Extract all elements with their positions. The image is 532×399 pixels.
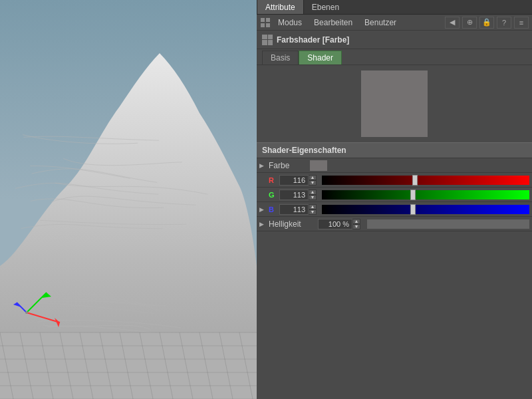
g-channel-row: G ▲ ▼ [257,188,532,202]
helligkeit-arrow[interactable]: ▶ [259,221,269,227]
tab-bar: Attribute Ebenen [257,0,532,15]
farbe-label: Farbe [269,161,309,170]
svg-rect-9 [261,23,265,27]
b-channel-row: ▶ B ▲ ▼ [257,202,532,217]
b-down-arrow[interactable]: ▼ [309,209,317,215]
helligkeit-slider-fill [367,219,529,229]
r-label: R [269,176,279,184]
r-up-arrow[interactable]: ▲ [309,175,317,180]
b-spinner[interactable]: ▲ ▼ [279,204,319,215]
svg-rect-8 [266,18,270,22]
svg-marker-5 [13,303,21,307]
r-spinner-arrows[interactable]: ▲ ▼ [309,175,317,186]
lock-btn[interactable]: 🔒 [479,17,494,29]
right-panel: Attribute Ebenen Modus Bearbeiten Benutz… [257,0,532,399]
svg-rect-7 [261,18,265,22]
g-label: G [269,191,279,199]
more-btn[interactable]: ≡ [514,17,529,29]
g-value-input[interactable] [279,190,309,200]
menu-benutzer[interactable]: Benutzer [359,17,402,29]
helligkeit-row: ▶ Helligkeit ▲ ▼ [257,217,532,231]
svg-marker-1 [55,318,60,327]
helligkeit-down-arrow[interactable]: ▼ [352,224,360,229]
helligkeit-up-arrow[interactable]: ▲ [352,219,360,224]
g-down-arrow[interactable]: ▼ [309,195,317,200]
svg-point-6 [25,311,28,314]
terrain-canvas [0,0,257,399]
r-value-input[interactable] [279,175,309,186]
tab-attribute[interactable]: Attribute [257,0,304,14]
sub-tab-bar: Basis Shader [257,49,532,65]
question-btn[interactable]: ? [497,17,511,29]
r-down-arrow[interactable]: ▼ [309,180,317,186]
g-spinner-arrows[interactable]: ▲ ▼ [309,190,317,200]
svg-rect-10 [266,23,270,27]
b-value-input[interactable] [279,204,309,215]
color-swatch[interactable] [361,70,428,137]
cursor-btn[interactable]: ⊕ [462,17,477,29]
panel-icon [259,17,271,29]
3d-viewport[interactable] [0,0,257,399]
r-slider-track[interactable] [322,176,529,185]
g-slider-track[interactable] [322,190,529,200]
g-slider[interactable] [322,190,529,200]
r-channel-row: R ▲ ▼ [257,173,532,188]
b-label: B [269,205,279,213]
r-slider[interactable] [322,176,529,185]
g-up-arrow[interactable]: ▲ [309,190,317,195]
b-slider-track[interactable] [322,205,529,214]
panel-title-text: Farbshader [Farbe] [277,35,349,45]
g-spinner[interactable]: ▲ ▼ [279,190,319,200]
helligkeit-slider[interactable] [367,219,529,229]
b-slider[interactable] [322,205,529,214]
color-preview-area [257,65,532,142]
shader-icon [262,35,273,45]
tab-ebenen[interactable]: Ebenen [304,0,347,14]
r-slider-thumb[interactable] [412,175,418,186]
helligkeit-value-input[interactable] [318,219,352,229]
menu-bearbeiten[interactable]: Bearbeiten [309,17,358,29]
sub-tab-shader[interactable]: Shader [299,51,342,65]
farbe-arrow[interactable]: ▶ [259,162,269,169]
section-header: Shader-Eigenschaften [257,142,532,158]
helligkeit-spinner-arrows[interactable]: ▲ ▼ [352,219,360,229]
axes-indicator [13,279,66,332]
menu-modus[interactable]: Modus [273,17,307,29]
b-expand-arrow[interactable]: ▶ [259,206,269,213]
r-spinner[interactable]: ▲ ▼ [279,175,319,186]
helligkeit-spinner[interactable]: ▲ ▼ [318,219,364,229]
b-spinner-arrows[interactable]: ▲ ▼ [309,204,317,215]
helligkeit-label: Helligkeit [269,219,318,229]
svg-line-0 [27,313,60,323]
sub-tab-basis[interactable]: Basis [262,51,299,65]
shader-properties: Shader-Eigenschaften ▶ Farbe R ▲ ▼ [257,142,532,399]
b-up-arrow[interactable]: ▲ [309,204,317,209]
farbe-color-swatch[interactable] [310,160,327,171]
svg-line-2 [27,293,47,313]
nav-left-btn[interactable]: ◀ [445,17,460,29]
farbe-row: ▶ Farbe [257,158,532,173]
g-slider-thumb[interactable] [410,190,416,200]
b-slider-thumb[interactable] [410,204,416,215]
panel-title-bar: Farbshader [Farbe] [257,31,532,49]
menu-bar: Modus Bearbeiten Benutzer ◀ ⊕ 🔒 ? ≡ [257,15,532,31]
